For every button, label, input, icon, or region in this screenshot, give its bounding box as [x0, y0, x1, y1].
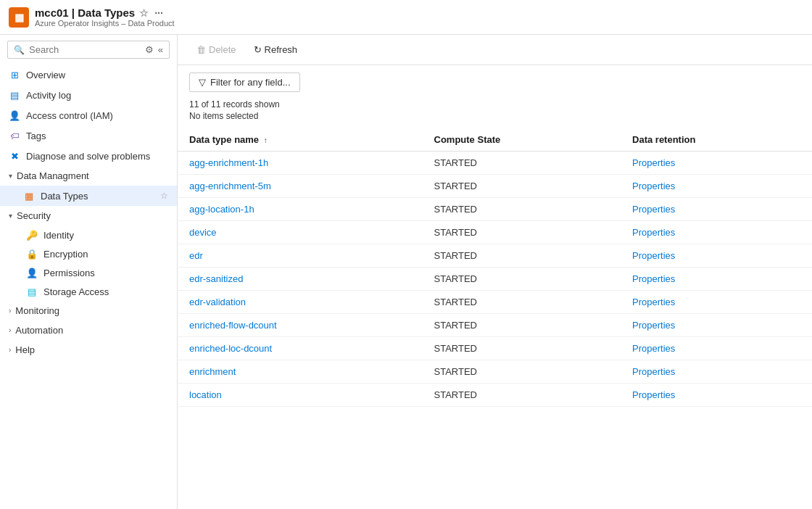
- data-type-name[interactable]: device: [178, 221, 423, 244]
- sidebar-item-label: Diagnose and solve problems: [26, 151, 168, 162]
- search-box[interactable]: 🔍 ⚙ «: [7, 41, 170, 59]
- data-retention[interactable]: Properties: [621, 291, 812, 314]
- nav-group-monitoring[interactable]: › Monitoring: [0, 301, 177, 320]
- data-type-name[interactable]: agg-enrichment-5m: [178, 175, 423, 198]
- header-title-block: mcc01 | Data Types ☆ ··· Azure Operator …: [35, 7, 175, 28]
- collapse-icon[interactable]: «: [158, 44, 163, 55]
- data-retention[interactable]: Properties: [621, 337, 812, 360]
- compute-state: STARTED: [423, 291, 621, 314]
- sidebar-item-diagnose[interactable]: ✖ Diagnose and solve problems: [0, 146, 177, 166]
- access-control-icon: 👤: [9, 109, 20, 121]
- filter-button[interactable]: ▽ Filter for any field...: [189, 73, 300, 92]
- delete-label: Delete: [209, 44, 236, 55]
- data-retention[interactable]: Properties: [621, 384, 812, 407]
- data-retention[interactable]: Properties: [621, 244, 812, 268]
- sidebar-item-label: Overview: [26, 70, 168, 80]
- table-row: enriched-flow-dcountSTARTEDProperties: [178, 314, 812, 337]
- table-row: agg-location-1hSTARTEDProperties: [178, 198, 812, 221]
- overview-icon: ⊞: [9, 69, 20, 80]
- nav-group-help[interactable]: › Help: [0, 340, 177, 360]
- nav-group-automation[interactable]: › Automation: [0, 320, 177, 340]
- data-retention[interactable]: Properties: [621, 221, 812, 244]
- data-type-name[interactable]: enriched-loc-dcount: [178, 337, 423, 360]
- data-retention[interactable]: Properties: [621, 198, 812, 221]
- sidebar-item-label: Access control (IAM): [26, 110, 168, 121]
- sidebar-item-label: Tags: [26, 131, 168, 141]
- chevron-right-icon: ›: [9, 307, 11, 315]
- table-row: agg-enrichment-5mSTARTEDProperties: [178, 175, 812, 198]
- data-retention[interactable]: Properties: [621, 268, 812, 291]
- sidebar-item-label: Encryption: [44, 249, 88, 260]
- compute-state: STARTED: [423, 268, 621, 291]
- refresh-button[interactable]: ↻ Refresh: [246, 41, 305, 59]
- chevron-right-icon: ›: [9, 326, 11, 334]
- data-retention[interactable]: Properties: [621, 175, 812, 198]
- data-type-name[interactable]: edr: [178, 244, 423, 268]
- sidebar-item-permissions[interactable]: 👤 Permissions: [0, 263, 177, 282]
- sidebar-item-label: Activity log: [26, 90, 168, 101]
- table-row: enriched-loc-dcountSTARTEDProperties: [178, 337, 812, 360]
- table-row: edr-sanitizedSTARTEDProperties: [178, 268, 812, 291]
- toolbar: 🗑 Delete ↻ Refresh: [178, 35, 812, 65]
- col-header-name[interactable]: Data type name ↑: [178, 128, 423, 152]
- sidebar-item-identity[interactable]: 🔑 Identity: [0, 225, 177, 244]
- table-row: locationSTARTEDProperties: [178, 384, 812, 407]
- data-type-name[interactable]: location: [178, 384, 423, 407]
- sidebar-item-access-control[interactable]: 👤 Access control (IAM): [0, 105, 177, 125]
- filter-icon: ▽: [199, 77, 206, 88]
- chevron-down-icon: ▾: [9, 172, 12, 180]
- sidebar-item-activity-log[interactable]: ▤ Activity log: [0, 85, 177, 105]
- activity-log-icon: ▤: [9, 89, 20, 101]
- sidebar-item-tags[interactable]: 🏷 Tags: [0, 125, 177, 146]
- more-options[interactable]: ···: [154, 7, 163, 19]
- diagnose-icon: ✖: [9, 150, 20, 162]
- settings-icon[interactable]: ⚙: [145, 44, 154, 55]
- search-input[interactable]: [29, 44, 141, 55]
- delete-icon: 🗑: [196, 44, 206, 55]
- sidebar-item-overview[interactable]: ⊞ Overview: [0, 65, 177, 85]
- top-header: ▦ mcc01 | Data Types ☆ ··· Azure Operato…: [0, 0, 812, 35]
- table-row: enrichmentSTARTEDProperties: [178, 360, 812, 384]
- data-retention[interactable]: Properties: [621, 314, 812, 337]
- compute-state: STARTED: [423, 314, 621, 337]
- compute-state: STARTED: [423, 384, 621, 407]
- sidebar-item-storage-access[interactable]: ▤ Storage Access: [0, 282, 177, 301]
- delete-button[interactable]: 🗑 Delete: [189, 41, 244, 59]
- nav-group-label: Automation: [15, 325, 63, 336]
- favorite-star[interactable]: ☆: [139, 7, 149, 19]
- compute-state: STARTED: [423, 221, 621, 244]
- data-type-name[interactable]: agg-location-1h: [178, 198, 423, 221]
- data-type-name[interactable]: enriched-flow-dcount: [178, 314, 423, 337]
- data-type-name[interactable]: agg-enrichment-1h: [178, 152, 423, 175]
- sidebar-item-label: Data Types: [41, 191, 154, 202]
- chevron-down-icon: ▾: [9, 212, 12, 220]
- data-type-name[interactable]: edr-sanitized: [178, 268, 423, 291]
- sidebar-item-data-types[interactable]: ▦ Data Types ☆: [0, 186, 177, 206]
- data-type-name[interactable]: enrichment: [178, 360, 423, 384]
- table-row: edr-validationSTARTEDProperties: [178, 291, 812, 314]
- compute-state: STARTED: [423, 244, 621, 268]
- identity-icon: 🔑: [26, 229, 38, 241]
- sort-arrow-icon: ↑: [264, 136, 268, 144]
- col-header-state[interactable]: Compute State: [423, 128, 621, 152]
- table-row: deviceSTARTEDProperties: [178, 221, 812, 244]
- item-star-icon[interactable]: ☆: [160, 191, 168, 201]
- data-retention[interactable]: Properties: [621, 152, 812, 175]
- tags-icon: 🏷: [9, 130, 20, 141]
- table-row: edrSTARTEDProperties: [178, 244, 812, 268]
- main-layout: 🔍 ⚙ « ⊞ Overview ▤ Activity log 👤 Access…: [0, 35, 812, 509]
- sidebar-nav: ⊞ Overview ▤ Activity log 👤 Access contr…: [0, 65, 177, 509]
- data-type-name[interactable]: edr-validation: [178, 291, 423, 314]
- nav-group-data-management[interactable]: ▾ Data Managment: [0, 166, 177, 186]
- compute-state: STARTED: [423, 198, 621, 221]
- data-retention[interactable]: Properties: [621, 360, 812, 384]
- items-selected: No items selected: [189, 111, 800, 121]
- sidebar-item-encryption[interactable]: 🔒 Encryption: [0, 244, 177, 263]
- nav-group-label: Security: [17, 210, 51, 221]
- sidebar-item-label: Storage Access: [44, 286, 109, 297]
- col-header-retention[interactable]: Data retention: [621, 128, 812, 152]
- data-types-icon: ▦: [23, 190, 35, 202]
- refresh-label: Refresh: [265, 44, 298, 55]
- compute-state: STARTED: [423, 360, 621, 384]
- nav-group-security[interactable]: ▾ Security: [0, 206, 177, 225]
